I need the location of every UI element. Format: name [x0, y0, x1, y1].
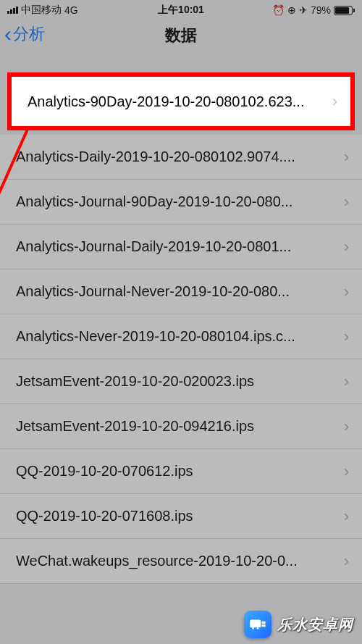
svg-rect-3 [261, 622, 265, 624]
list-item[interactable]: Analytics-Journal-90Day-2019-10-20-080..… [0, 180, 362, 225]
signal-icon [7, 7, 18, 14]
svg-rect-4 [261, 624, 265, 627]
list-item-label: Analytics-Never-2019-10-20-080104.ips.c.… [16, 328, 344, 345]
list-item[interactable]: QQ-2019-10-20-070612.ips › [0, 449, 362, 494]
back-label: 分析 [13, 23, 45, 45]
alarm-icon: ⏰ [272, 4, 285, 16]
list-item-label: JetsamEvent-2019-10-20-020023.ips [16, 373, 344, 390]
chevron-right-icon: › [344, 507, 349, 526]
chevron-left-icon: ‹ [4, 23, 12, 45]
list-item-label: WeChat.wakeups_resource-2019-10-20-0... [16, 553, 344, 569]
chevron-right-icon: › [344, 552, 349, 571]
page-title: 数据 [165, 25, 197, 46]
list-item[interactable]: JetsamEvent-2019-10-20-020023.ips › [0, 359, 362, 404]
list-item-label: Analytics-Journal-Never-2019-10-20-080..… [16, 283, 344, 300]
list-item-label: JetsamEvent-2019-10-20-094216.ips [16, 418, 344, 435]
chevron-right-icon: › [344, 417, 349, 436]
list-item[interactable]: WeChat.wakeups_resource-2019-10-20-0... … [0, 539, 362, 584]
watermark: 乐水安卓网 [244, 611, 353, 638]
list-item-label: QQ-2019-10-20-070612.ips [16, 463, 344, 480]
list-item-label: Analytics-Daily-2019-10-20-080102.9074..… [16, 149, 344, 165]
orientation-lock-icon: ⊕ [287, 4, 296, 16]
chevron-right-icon: › [344, 372, 349, 391]
list-item-label: QQ-2019-10-20-071608.ips [16, 508, 344, 524]
location-icon: ✈ [299, 4, 308, 16]
list-item[interactable]: JetsamEvent-2019-10-20-094216.ips › [0, 404, 362, 449]
chevron-right-icon: › [344, 148, 349, 167]
list-item[interactable]: Analytics-Journal-Daily-2019-10-20-0801.… [0, 225, 362, 269]
data-list: Analytics-Daily-2019-10-20-080102.9074..… [0, 61, 362, 584]
list-item[interactable]: Analytics-Journal-Never-2019-10-20-080..… [0, 269, 362, 314]
time-label: 上午10:01 [158, 4, 204, 17]
list-item-label: Analytics-Journal-90Day-2019-10-20-080..… [16, 193, 344, 210]
chevron-right-icon: › [344, 327, 349, 346]
chevron-right-icon: › [344, 193, 349, 212]
nav-header: ‹ 分析 数据 [0, 20, 362, 61]
chevron-right-icon: › [344, 462, 349, 481]
battery-icon [334, 6, 355, 15]
status-bar: 中国移动 4G 上午10:01 ⏰ ⊕ ✈ 79% [0, 0, 362, 20]
watermark-text: 乐水安卓网 [277, 615, 353, 635]
svg-point-1 [252, 627, 254, 630]
chevron-right-icon: › [344, 283, 349, 301]
carrier-label: 中国移动 [21, 4, 62, 17]
back-button[interactable]: ‹ 分析 [0, 23, 45, 45]
list-item-label: Analytics-Journal-Daily-2019-10-20-0801.… [16, 238, 344, 255]
battery-pct: 79% [311, 4, 331, 16]
list-item[interactable]: Analytics-Daily-2019-10-20-080102.9074..… [0, 135, 362, 180]
list-item[interactable]: QQ-2019-10-20-071608.ips › [0, 494, 362, 539]
svg-point-2 [257, 627, 259, 630]
chevron-right-icon: › [344, 238, 349, 256]
list-item[interactable]: Analytics-Never-2019-10-20-080104.ips.c.… [0, 314, 362, 359]
network-label: 4G [64, 4, 78, 16]
svg-rect-0 [250, 620, 261, 628]
watermark-logo-icon [244, 611, 272, 638]
